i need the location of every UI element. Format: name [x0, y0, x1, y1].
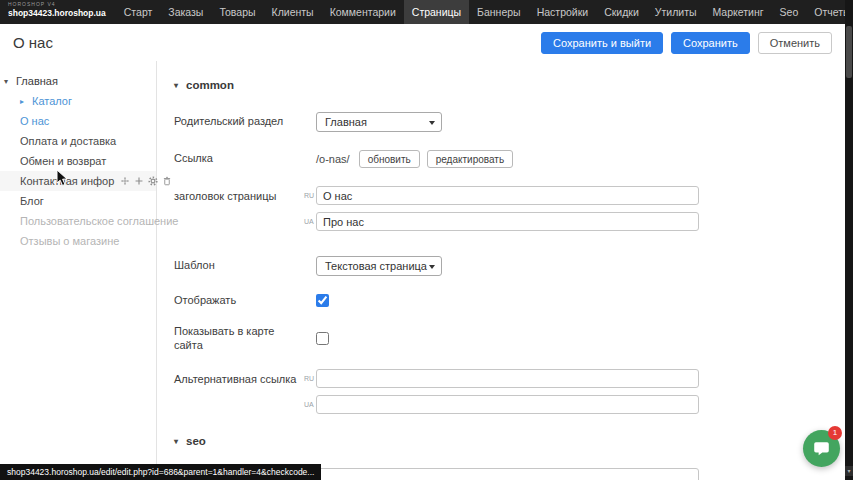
sidebar-item-label: Блог: [20, 195, 44, 207]
sitemap-row: Показывать в карте сайта: [174, 325, 845, 353]
chevron-down-icon: ▾: [174, 437, 186, 446]
save-button[interactable]: Сохранить: [671, 32, 750, 54]
main-menu: Старт Заказы Товары Клиенты Комментарии …: [116, 0, 853, 24]
sidebar-item-label: Контактная инфор: [20, 175, 114, 187]
move-icon[interactable]: [120, 176, 130, 186]
sidebar-item-label: Пользовательское соглашение: [20, 215, 178, 227]
menu-item-start[interactable]: Старт: [116, 0, 161, 24]
refresh-link-button[interactable]: обновить: [359, 150, 420, 168]
chevron-down-icon: [429, 121, 435, 125]
sidebar-item-label: Каталог: [32, 95, 72, 107]
menu-item-products[interactable]: Товары: [211, 0, 263, 24]
template-row: Шаблон Текстовая страница: [174, 256, 845, 276]
sidebar-item-blog[interactable]: Блог: [0, 191, 156, 211]
sidebar-item-label: Главная: [16, 75, 58, 87]
page-header: О нас Сохранить и выйти Сохранить Отмени…: [0, 24, 845, 61]
lang-ua-label: UA: [304, 218, 316, 225]
app-window: HOROSHOP V4 shop34423.horoshop.ua Старт …: [0, 0, 853, 480]
scrollbar-down-arrow[interactable]: ▾: [845, 466, 853, 476]
section-common-header[interactable]: ▾ common: [174, 79, 845, 91]
sidebar-item-label: Обмен и возврат: [20, 155, 106, 167]
display-row: Отображать: [174, 294, 845, 308]
sidebar-item-exchange-return[interactable]: Обмен и возврат: [0, 151, 156, 171]
select-value: Текстовая страница: [325, 260, 427, 272]
chat-launcher-button[interactable]: 1: [803, 430, 840, 467]
lang-ru-label: RU: [304, 375, 316, 382]
alt-link-ru-input[interactable]: [316, 369, 699, 388]
lang-ua-label: UA: [304, 401, 316, 408]
menu-item-seo[interactable]: Seo: [772, 0, 807, 24]
chat-unread-badge: 1: [828, 426, 842, 440]
parent-section-select[interactable]: Главная: [316, 112, 442, 132]
sidebar-item-home[interactable]: ▾ Главная: [0, 71, 156, 91]
field-label: Показывать в карте сайта: [174, 325, 304, 353]
chevron-down-icon: [429, 265, 435, 269]
menu-item-discounts[interactable]: Скидки: [596, 0, 647, 24]
field-label: Родительский раздел: [174, 115, 304, 129]
sidebar-item-contact-info[interactable]: Контактная инфор: [0, 171, 156, 191]
pages-tree: ▾ Главная ▸ Каталог О нас Оплата и доста…: [0, 61, 157, 480]
header-buttons: Сохранить и выйти Сохранить Отменить: [541, 32, 832, 54]
save-and-exit-button[interactable]: Сохранить и выйти: [541, 32, 663, 54]
menu-item-orders[interactable]: Заказы: [160, 0, 211, 24]
sidebar-item-reviews[interactable]: Отзывы о магазине: [0, 231, 156, 251]
edit-link-button[interactable]: редактировать: [427, 150, 513, 168]
field-label: Альтернативная ссылка: [174, 369, 304, 387]
menu-item-comments[interactable]: Комментарии: [322, 0, 404, 24]
page: О нас Сохранить и выйти Сохранить Отмени…: [0, 24, 845, 480]
logo-domain: shop34423.horoshop.ua: [8, 9, 106, 18]
field-label: Ссылка: [174, 152, 304, 166]
sidebar-item-catalog[interactable]: ▸ Каталог: [0, 91, 156, 111]
sitemap-checkbox[interactable]: [316, 332, 329, 345]
logo[interactable]: HOROSHOP V4 shop34423.horoshop.ua: [0, 0, 116, 24]
sidebar-item-label: О нас: [20, 115, 49, 127]
link-preview-statusbar: shop34423.horoshop.ua/edit/edit.php?id=6…: [0, 464, 321, 480]
field-label: Шаблон: [174, 259, 304, 273]
section-title: seo: [186, 435, 206, 447]
html-title-ru-input[interactable]: [316, 468, 699, 480]
chat-bubble-icon: [812, 439, 831, 458]
sidebar-item-about[interactable]: О нас: [0, 111, 156, 131]
menu-item-clients[interactable]: Клиенты: [264, 0, 322, 24]
chevron-right-icon[interactable]: ▸: [20, 97, 32, 106]
sidebar-item-label: Отзывы о магазине: [20, 235, 119, 247]
sidebar-item-user-agreement[interactable]: Пользовательское соглашение: [0, 211, 156, 231]
select-value: Главная: [325, 116, 367, 128]
field-label: Отображать: [174, 294, 304, 308]
page-title-row: заголовок страницы RU UA: [174, 186, 845, 238]
menu-item-settings[interactable]: Настройки: [529, 0, 597, 24]
page-title-ua-input[interactable]: [316, 212, 699, 231]
chevron-down-icon[interactable]: ▾: [4, 77, 16, 86]
topbar: HOROSHOP V4 shop34423.horoshop.ua Старт …: [0, 0, 853, 24]
parent-section-row: Родительский раздел Главная: [174, 112, 845, 132]
add-icon[interactable]: [134, 176, 144, 186]
template-select[interactable]: Текстовая страница: [316, 256, 442, 276]
scrollbar[interactable]: ▾: [845, 0, 853, 480]
edit-form: ▾ common Родительский раздел Главная: [157, 61, 845, 480]
alt-link-row: Альтернативная ссылка RU UA: [174, 369, 845, 421]
menu-item-utilities[interactable]: Утилиты: [647, 0, 705, 24]
page-title: О нас: [13, 34, 53, 51]
field-label: заголовок страницы: [174, 186, 304, 204]
body-split: ▾ Главная ▸ Каталог О нас Оплата и доста…: [0, 61, 845, 480]
section-title: common: [186, 79, 234, 91]
menu-item-marketing[interactable]: Маркетинг: [705, 0, 772, 24]
sidebar-item-payment-delivery[interactable]: Оплата и доставка: [0, 131, 156, 151]
section-seo-header[interactable]: ▾ seo: [174, 435, 845, 447]
chevron-down-icon: ▾: [174, 81, 186, 90]
alt-link-ua-input[interactable]: [316, 395, 699, 414]
lang-ru-label: RU: [304, 192, 316, 199]
scrollbar-thumb[interactable]: [846, 26, 852, 78]
display-checkbox[interactable]: [316, 294, 329, 307]
menu-item-banners[interactable]: Баннеры: [469, 0, 529, 24]
link-value: /o-nas/: [316, 153, 350, 165]
cancel-button[interactable]: Отменить: [758, 32, 832, 54]
logo-version: HOROSHOP V4: [8, 2, 106, 7]
sidebar-item-label: Оплата и доставка: [20, 135, 116, 147]
page-title-ru-input[interactable]: [316, 186, 699, 205]
link-row: Ссылка /o-nas/ обновить редактировать: [174, 150, 845, 168]
menu-item-pages[interactable]: Страницы: [404, 0, 469, 24]
